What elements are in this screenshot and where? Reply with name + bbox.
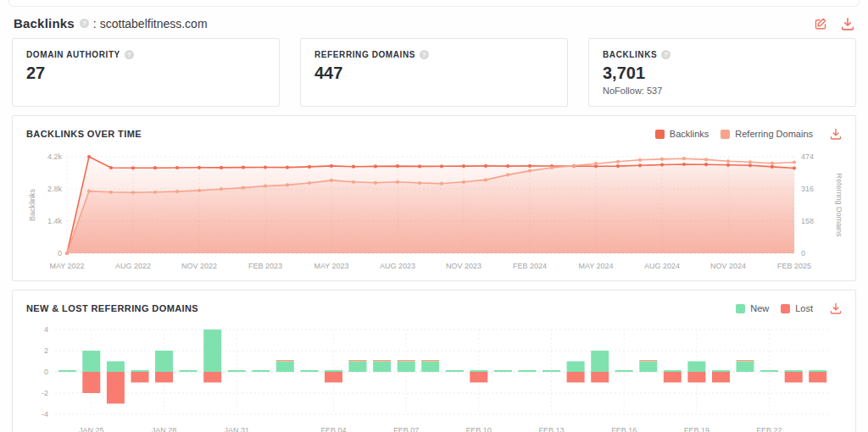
svg-text:Referring Domains: Referring Domains [835,173,842,237]
svg-text:FEB 04: FEB 04 [320,426,346,432]
svg-text:0: 0 [44,368,48,376]
svg-text:FEB 2025: FEB 2025 [777,262,811,270]
stat-value: 3,701 [603,64,842,83]
help-icon[interactable]: ? [80,19,89,28]
svg-text:NOV 2024: NOV 2024 [710,262,746,270]
legend-item-referring-domains[interactable]: Referring Domains [721,129,813,139]
svg-text:0: 0 [801,249,805,258]
svg-text:NOV 2022: NOV 2022 [181,262,217,270]
svg-text:FEB 2024: FEB 2024 [513,262,547,270]
svg-text:MAY 2024: MAY 2024 [578,262,613,270]
svg-text:316: 316 [801,185,814,193]
svg-text:AUG 2024: AUG 2024 [644,262,680,270]
svg-text:4.2k: 4.2k [47,152,63,161]
svg-text:474: 474 [801,152,814,161]
download-icon[interactable] [830,128,842,140]
legend-item-lost[interactable]: Lost [781,303,813,313]
stat-cards-row: DOMAIN AUTHORITY? 27 REFERRING DOMAINS? … [12,38,856,107]
domain-name: scottabelfitness.com [100,17,208,30]
stat-label: REFERRING DOMAINS [314,50,415,59]
download-icon[interactable] [830,302,842,314]
svg-text:2.8k: 2.8k [47,185,63,193]
chart-legend: Backlinks Referring Domains [655,128,842,140]
stat-subtext: NoFollow: 537 [603,86,842,96]
previous-card-edge [8,0,860,7]
svg-text:MAY 2023: MAY 2023 [314,262,348,270]
svg-text:4: 4 [44,325,48,334]
svg-text:AUG 2022: AUG 2022 [115,262,151,270]
svg-text:1.4k: 1.4k [47,217,63,225]
stat-value: 447 [314,64,554,83]
svg-text:2: 2 [44,346,48,355]
svg-text:158: 158 [801,217,814,225]
svg-text:FEB 07: FEB 07 [393,426,419,432]
legend-swatch [721,130,730,139]
legend-swatch [736,304,745,313]
page-header: Backlinks ? : scottabelfitness.com [14,16,854,30]
page-separator: : [93,17,97,30]
legend-swatch [655,130,665,139]
svg-text:-4: -4 [42,410,48,418]
svg-text:MAY 2022: MAY 2022 [49,262,84,270]
svg-text:0: 0 [58,249,62,258]
stat-card-referring-domains: REFERRING DOMAINS? 447 [300,38,568,107]
legend-swatch [781,304,790,313]
svg-text:Backlinks: Backlinks [28,188,36,221]
stat-card-backlinks: BACKLINKS? 3,701 NoFollow: 537 [588,38,856,107]
svg-text:FEB 16: FEB 16 [611,426,637,432]
svg-text:FEB 10: FEB 10 [466,426,492,432]
new-lost-referring-domains-chart[interactable]: JAN 25JAN 28JAN 31FEB 04FEB 07FEB 10FEB … [26,321,842,432]
stat-value: 27 [26,64,265,83]
svg-text:FEB 19: FEB 19 [684,426,709,432]
svg-text:AUG 2023: AUG 2023 [380,262,415,270]
stat-card-domain-authority: DOMAIN AUTHORITY? 27 [12,38,280,107]
svg-text:NOV 2023: NOV 2023 [446,262,481,270]
legend-item-backlinks[interactable]: Backlinks [655,129,709,139]
svg-text:JAN 28: JAN 28 [152,426,177,432]
svg-text:FEB 2023: FEB 2023 [248,262,282,270]
stat-label: DOMAIN AUTHORITY [26,50,120,59]
chart-title: BACKLINKS OVER TIME [26,129,142,139]
help-icon[interactable]: ? [125,50,134,59]
backlinks-over-time-card: BACKLINKS OVER TIME Backlinks Referring … [12,115,856,281]
svg-text:-2: -2 [42,389,48,397]
edit-export-icon[interactable] [814,17,827,30]
svg-text:JAN 25: JAN 25 [79,426,104,432]
help-icon[interactable]: ? [420,50,429,59]
legend-item-new[interactable]: New [736,303,769,313]
download-icon[interactable] [841,17,854,30]
svg-text:JAN 31: JAN 31 [224,426,249,432]
page-title: Backlinks [14,16,75,30]
stat-label: BACKLINKS [603,50,657,59]
help-icon[interactable]: ? [661,50,670,59]
svg-text:FEB 13: FEB 13 [538,426,564,432]
svg-text:FEB 22: FEB 22 [757,426,782,432]
chart-title: NEW & LOST REFERRING DOMAINS [26,303,198,313]
new-lost-referring-domains-card: NEW & LOST REFERRING DOMAINS New Lost JA… [12,290,856,432]
chart-legend: New Lost [736,302,842,314]
backlinks-over-time-chart[interactable]: MAY 2022AUG 2022NOV 2022FEB 2023MAY 2023… [26,147,842,277]
